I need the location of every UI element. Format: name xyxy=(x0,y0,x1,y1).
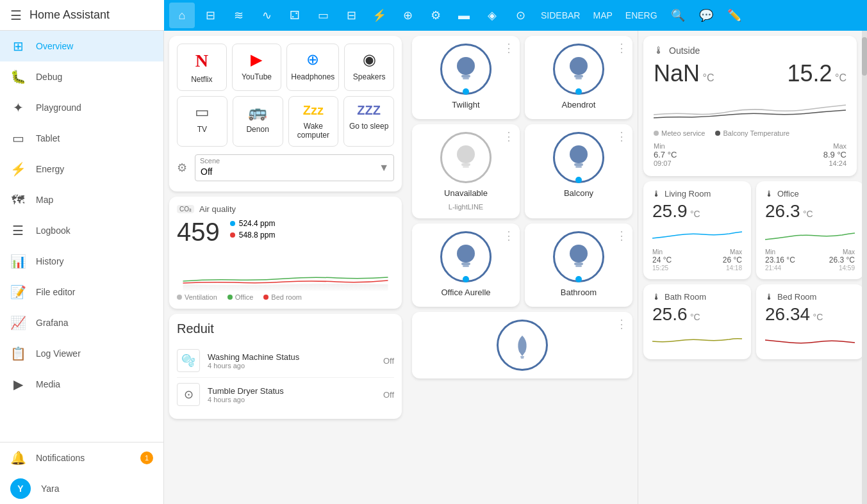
tumble-dryer-time: 4 hours ago xyxy=(208,396,376,403)
outside-temp-card: 🌡 Outside NaN °C 15.2 °C xyxy=(643,36,857,176)
sidebar-item-file-editor[interactable]: 📝 File editor xyxy=(0,277,163,307)
thermometer-icon: 🌡 xyxy=(654,45,664,56)
sidebar-item-media[interactable]: ▶ Media xyxy=(0,369,163,400)
nav-energy-button[interactable]: ENERG xyxy=(620,3,663,28)
office-min: Min 23.16 °C 21:44 xyxy=(765,248,795,272)
nav-home-icon[interactable]: ⌂ xyxy=(169,3,195,28)
nav-calendar-icon[interactable]: ⊟ xyxy=(197,3,223,28)
three-dot-icon[interactable]: ⋮ xyxy=(616,130,627,143)
balcony-menu[interactable]: ⋮ xyxy=(616,129,627,143)
nav-lightning-icon[interactable]: ⚡ xyxy=(367,3,392,28)
three-dot-icon[interactable]: ⋮ xyxy=(503,130,515,143)
three-dot-icon[interactable]: ⋮ xyxy=(503,42,515,54)
sidebar-item-overview[interactable]: ⊞ Overview xyxy=(0,31,163,61)
unavailable-bulb[interactable] xyxy=(440,132,491,183)
meteo-label: Meteo service xyxy=(661,129,705,137)
speakers-label: Speakers xyxy=(353,72,386,81)
nav-cube-icon[interactable]: ◈ xyxy=(479,3,505,28)
outside-max-time: 14:24 xyxy=(823,159,846,167)
twilight-menu[interactable]: ⋮ xyxy=(503,41,515,55)
nav-bed-icon[interactable]: ⊟ xyxy=(338,3,364,28)
office-max-val: 26.3 °C xyxy=(829,256,855,264)
nav-gear-icon[interactable]: ⚙ xyxy=(423,3,449,28)
bed-room-chart xyxy=(765,329,855,348)
bathroom-bulb[interactable] xyxy=(553,231,604,282)
wake-computer-button[interactable]: Zzz Wake computer xyxy=(288,96,339,147)
nav-person-icon[interactable]: ⊙ xyxy=(508,3,533,28)
bathroom-menu[interactable]: ⋮ xyxy=(616,229,627,243)
headphones-button[interactable]: ⊕ Headphones xyxy=(286,44,339,91)
nav-chat-icon[interactable]: 💬 xyxy=(693,3,719,28)
nav-search-icon[interactable]: 🔍 xyxy=(665,3,691,28)
office-min-val: 23.16 °C xyxy=(765,256,795,264)
nav-map-button[interactable]: MAP xyxy=(588,3,617,28)
sidebar-item-log-viewer[interactable]: 📋 Log Viewer xyxy=(0,338,163,369)
sidebar-item-logbook[interactable]: ☰ Logbook xyxy=(0,215,163,246)
nav-monitor-icon[interactable]: ▬ xyxy=(451,3,477,28)
unavailable-menu[interactable]: ⋮ xyxy=(503,129,515,143)
bathroom-dot xyxy=(575,276,582,282)
living-room-value-wrap: 25.9 °C xyxy=(652,201,742,222)
abendrot-menu[interactable]: ⋮ xyxy=(616,41,627,55)
sidebar: ⊞ Overview 🐛 Debug ✦ Playground ▭ Tablet… xyxy=(0,31,164,504)
arch-lamp-menu[interactable]: ⋮ xyxy=(616,317,627,331)
arch-lamp-bulb[interactable] xyxy=(497,320,548,371)
sidebar-item-playground[interactable]: ✦ Playground xyxy=(0,92,163,123)
sidebar-item-history[interactable]: 📊 History xyxy=(0,246,163,277)
three-dot-icon[interactable]: ⋮ xyxy=(616,229,627,242)
bath-thermometer-icon: 🌡 xyxy=(652,292,661,302)
sidebar-item-yara[interactable]: Y Yara xyxy=(0,473,163,504)
youtube-icon: ▶ xyxy=(251,51,262,69)
youtube-button[interactable]: ▶ YouTube xyxy=(232,44,282,91)
notifications-badge: 1 xyxy=(140,451,153,464)
three-dot-icon[interactable]: ⋮ xyxy=(616,42,627,54)
nav-tv-icon[interactable]: ▭ xyxy=(310,3,336,28)
bath-room-card: 🌡 Bath Room 25.6 °C xyxy=(643,284,751,359)
living-min-time: 15:25 xyxy=(652,264,672,272)
washing-machine-name: Washing Machine Status xyxy=(208,352,376,362)
wake-label: Wake computer xyxy=(293,122,334,140)
balcony-temp-label: Balcony Temperature xyxy=(723,129,789,137)
balcony-bulb[interactable] xyxy=(553,132,604,183)
hamburger-icon[interactable]: ☰ xyxy=(10,8,22,23)
sidebar-item-grafana[interactable]: 📈 Grafana xyxy=(0,307,163,338)
right-scrollbar[interactable] xyxy=(862,31,867,504)
office-aurelle-ring xyxy=(440,231,491,282)
sidebar-item-energy[interactable]: ⚡ Energy xyxy=(0,154,163,184)
nav-sidebar-button[interactable]: SIDEBAR xyxy=(536,3,585,28)
washing-machine-row: 🫧 Washing Machine Status 4 hours ago Off xyxy=(177,344,394,378)
netflix-button[interactable]: N Netflix xyxy=(177,44,227,91)
nav-lamp-icon[interactable]: ⚁ xyxy=(282,3,308,28)
three-dot-icon[interactable]: ⋮ xyxy=(503,229,515,242)
office-aurelle-menu[interactable]: ⋮ xyxy=(503,229,515,243)
light-card-office-aurelle: ⋮ Office Aurelle xyxy=(412,224,520,307)
nav-waves-icon[interactable]: ≋ xyxy=(226,3,251,28)
office-value-wrap: 26.3 °C xyxy=(765,201,855,222)
speakers-button[interactable]: ◉ Speakers xyxy=(344,44,394,91)
sidebar-item-notifications[interactable]: 🔔 Notifications 1 xyxy=(0,443,163,473)
sleep-button[interactable]: ZZZ Go to sleep xyxy=(343,96,394,147)
living-max-lbl: Max xyxy=(723,248,742,256)
scrollbar-thumb[interactable] xyxy=(862,37,867,76)
twilight-name: Twilight xyxy=(452,100,479,110)
nav-atom-icon[interactable]: ⊕ xyxy=(395,3,420,28)
abendrot-bulb[interactable] xyxy=(553,44,604,95)
outside-unit-right: °C xyxy=(835,72,846,83)
tv-button[interactable]: ▭ TV xyxy=(177,96,227,147)
scene-select[interactable]: Off xyxy=(195,154,394,181)
denon-button[interactable]: 🚌 Denon xyxy=(233,96,283,147)
outside-max-label: Max xyxy=(823,142,846,150)
nav-edit-icon[interactable]: ✏️ xyxy=(722,3,747,28)
sidebar-item-tablet[interactable]: ▭ Tablet xyxy=(0,123,163,154)
washing-machine-info: Washing Machine Status 4 hours ago xyxy=(208,352,376,370)
nav-chart-icon[interactable]: ∿ xyxy=(254,3,279,28)
sidebar-item-debug[interactable]: 🐛 Debug xyxy=(0,61,163,92)
twilight-bulb[interactable] xyxy=(440,44,491,95)
bed-room-title: 🌡 Bed Room xyxy=(765,292,855,302)
living-min-lbl: Min xyxy=(652,248,672,256)
three-dot-icon[interactable]: ⋮ xyxy=(616,318,627,330)
office-aurelle-bulb[interactable] xyxy=(440,231,491,282)
nav-icons-bar: ⌂ ⊟ ≋ ∿ ⚁ ▭ ⊟ ⚡ ⊕ ⚙ ▬ ◈ ⊙ SIDEBAR MAP EN… xyxy=(164,3,867,28)
sidebar-item-map[interactable]: 🗺 Map xyxy=(0,184,163,215)
denon-icon: 🚌 xyxy=(248,103,267,121)
